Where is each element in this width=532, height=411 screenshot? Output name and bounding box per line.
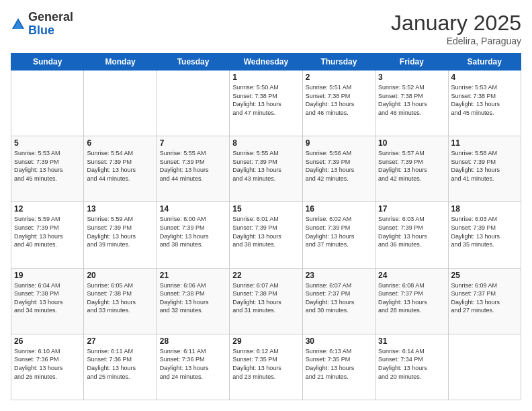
logo-icon (11, 17, 26, 32)
calendar-cell (448, 334, 521, 400)
day-header-sunday: Sunday (11, 54, 84, 71)
week-row-2: 12Sunrise: 5:59 AM Sunset: 7:39 PM Dayli… (11, 202, 521, 268)
calendar-cell: 6Sunrise: 5:54 AM Sunset: 7:39 PM Daylig… (84, 136, 157, 202)
cell-info: Sunrise: 5:55 AM Sunset: 7:39 PM Dayligh… (232, 149, 299, 183)
calendar-cell: 28Sunrise: 6:11 AM Sunset: 7:36 PM Dayli… (157, 334, 229, 400)
cell-info: Sunrise: 5:56 AM Sunset: 7:39 PM Dayligh… (306, 149, 372, 183)
calendar-cell (157, 71, 229, 136)
day-number: 24 (378, 271, 445, 280)
week-row-0: 1Sunrise: 5:50 AM Sunset: 7:38 PM Daylig… (11, 71, 521, 136)
cell-info: Sunrise: 6:06 AM Sunset: 7:38 PM Dayligh… (160, 281, 226, 315)
day-header-saturday: Saturday (448, 54, 521, 71)
day-number: 21 (160, 271, 226, 280)
day-number: 13 (87, 204, 153, 214)
cell-info: Sunrise: 6:01 AM Sunset: 7:39 PM Dayligh… (232, 215, 299, 248)
day-header-monday: Monday (84, 54, 157, 71)
day-number: 23 (306, 271, 372, 280)
calendar-cell: 7Sunrise: 5:55 AM Sunset: 7:39 PM Daylig… (157, 136, 229, 202)
cell-info: Sunrise: 6:03 AM Sunset: 7:39 PM Dayligh… (378, 215, 445, 248)
cell-info: Sunrise: 6:14 AM Sunset: 7:34 PM Dayligh… (378, 347, 445, 381)
day-number: 30 (306, 336, 372, 346)
calendar-cell: 5Sunrise: 5:53 AM Sunset: 7:39 PM Daylig… (11, 136, 84, 202)
day-number: 27 (87, 336, 153, 346)
cell-info: Sunrise: 6:10 AM Sunset: 7:36 PM Dayligh… (14, 347, 81, 381)
day-number: 18 (451, 204, 518, 214)
cell-info: Sunrise: 6:13 AM Sunset: 7:35 PM Dayligh… (306, 347, 372, 381)
day-header-row: SundayMondayTuesdayWednesdayThursdayFrid… (11, 54, 521, 71)
week-row-1: 5Sunrise: 5:53 AM Sunset: 7:39 PM Daylig… (11, 136, 521, 202)
calendar-cell: 23Sunrise: 6:07 AM Sunset: 7:37 PM Dayli… (302, 268, 375, 334)
calendar-cell: 29Sunrise: 6:12 AM Sunset: 7:35 PM Dayli… (230, 334, 302, 400)
cell-info: Sunrise: 6:11 AM Sunset: 7:36 PM Dayligh… (87, 347, 153, 381)
cell-info: Sunrise: 6:11 AM Sunset: 7:36 PM Dayligh… (160, 347, 226, 381)
calendar-table: SundayMondayTuesdayWednesdayThursdayFrid… (11, 53, 521, 400)
cell-info: Sunrise: 5:59 AM Sunset: 7:39 PM Dayligh… (87, 215, 153, 248)
title-block: January 2025 Edelira, Paraguay (391, 11, 521, 46)
calendar-cell (84, 71, 157, 136)
calendar-cell: 16Sunrise: 6:02 AM Sunset: 7:39 PM Dayli… (302, 202, 375, 268)
cell-info: Sunrise: 6:08 AM Sunset: 7:37 PM Dayligh… (378, 281, 445, 315)
calendar-cell: 31Sunrise: 6:14 AM Sunset: 7:34 PM Dayli… (375, 334, 448, 400)
cell-info: Sunrise: 5:58 AM Sunset: 7:39 PM Dayligh… (451, 149, 518, 183)
logo-general: General (28, 10, 73, 24)
cell-info: Sunrise: 5:57 AM Sunset: 7:39 PM Dayligh… (378, 149, 445, 183)
day-number: 8 (232, 138, 299, 148)
day-number: 4 (451, 73, 518, 82)
cell-info: Sunrise: 6:07 AM Sunset: 7:38 PM Dayligh… (232, 281, 299, 315)
calendar-cell: 8Sunrise: 5:55 AM Sunset: 7:39 PM Daylig… (230, 136, 302, 202)
location-subtitle: Edelira, Paraguay (391, 36, 521, 46)
day-number: 28 (160, 336, 226, 346)
calendar-cell: 20Sunrise: 6:05 AM Sunset: 7:38 PM Dayli… (84, 268, 157, 334)
day-number: 6 (87, 138, 153, 148)
cell-info: Sunrise: 6:04 AM Sunset: 7:38 PM Dayligh… (14, 281, 81, 315)
cell-info: Sunrise: 6:00 AM Sunset: 7:39 PM Dayligh… (160, 215, 226, 248)
calendar-cell: 30Sunrise: 6:13 AM Sunset: 7:35 PM Dayli… (302, 334, 375, 400)
calendar-cell: 21Sunrise: 6:06 AM Sunset: 7:38 PM Dayli… (157, 268, 229, 334)
calendar-cell: 26Sunrise: 6:10 AM Sunset: 7:36 PM Dayli… (11, 334, 84, 400)
day-number: 31 (378, 336, 445, 346)
calendar-cell: 13Sunrise: 5:59 AM Sunset: 7:39 PM Dayli… (84, 202, 157, 268)
day-number: 25 (451, 271, 518, 280)
calendar-cell: 24Sunrise: 6:08 AM Sunset: 7:37 PM Dayli… (375, 268, 448, 334)
cell-info: Sunrise: 5:50 AM Sunset: 7:38 PM Dayligh… (232, 83, 299, 117)
day-header-thursday: Thursday (302, 54, 375, 71)
cell-info: Sunrise: 6:02 AM Sunset: 7:39 PM Dayligh… (306, 215, 372, 248)
calendar-cell: 27Sunrise: 6:11 AM Sunset: 7:36 PM Dayli… (84, 334, 157, 400)
cell-info: Sunrise: 5:51 AM Sunset: 7:38 PM Dayligh… (306, 83, 372, 117)
cell-info: Sunrise: 6:12 AM Sunset: 7:35 PM Dayligh… (232, 347, 299, 381)
calendar-cell: 14Sunrise: 6:00 AM Sunset: 7:39 PM Dayli… (157, 202, 229, 268)
cell-info: Sunrise: 6:05 AM Sunset: 7:38 PM Dayligh… (87, 281, 153, 315)
cell-info: Sunrise: 6:03 AM Sunset: 7:39 PM Dayligh… (451, 215, 518, 248)
calendar-cell: 15Sunrise: 6:01 AM Sunset: 7:39 PM Dayli… (230, 202, 302, 268)
calendar-cell (11, 71, 84, 136)
day-number: 22 (232, 271, 299, 280)
day-number: 20 (87, 271, 153, 280)
calendar-cell: 10Sunrise: 5:57 AM Sunset: 7:39 PM Dayli… (375, 136, 448, 202)
calendar-cell: 9Sunrise: 5:56 AM Sunset: 7:39 PM Daylig… (302, 136, 375, 202)
calendar-cell: 25Sunrise: 6:09 AM Sunset: 7:37 PM Dayli… (448, 268, 521, 334)
day-header-friday: Friday (375, 54, 448, 71)
calendar-cell: 3Sunrise: 5:52 AM Sunset: 7:38 PM Daylig… (375, 71, 448, 136)
calendar-cell: 17Sunrise: 6:03 AM Sunset: 7:39 PM Dayli… (375, 202, 448, 268)
cell-info: Sunrise: 5:55 AM Sunset: 7:39 PM Dayligh… (160, 149, 226, 183)
day-number: 11 (451, 138, 518, 148)
month-title: January 2025 (391, 11, 521, 36)
day-number: 14 (160, 204, 226, 214)
day-number: 12 (14, 204, 81, 214)
cell-info: Sunrise: 6:07 AM Sunset: 7:37 PM Dayligh… (306, 281, 372, 315)
day-header-wednesday: Wednesday (230, 54, 302, 71)
header: General Blue January 2025 Edelira, Parag… (11, 11, 521, 46)
calendar-cell: 2Sunrise: 5:51 AM Sunset: 7:38 PM Daylig… (302, 71, 375, 136)
calendar-cell: 19Sunrise: 6:04 AM Sunset: 7:38 PM Dayli… (11, 268, 84, 334)
day-number: 26 (14, 336, 81, 346)
day-number: 19 (14, 271, 81, 280)
day-number: 15 (232, 204, 299, 214)
cell-info: Sunrise: 5:54 AM Sunset: 7:39 PM Dayligh… (87, 149, 153, 183)
day-number: 16 (306, 204, 372, 214)
day-header-tuesday: Tuesday (157, 54, 229, 71)
calendar-cell: 12Sunrise: 5:59 AM Sunset: 7:39 PM Dayli… (11, 202, 84, 268)
page: General Blue January 2025 Edelira, Parag… (0, 0, 532, 411)
cell-info: Sunrise: 5:53 AM Sunset: 7:38 PM Dayligh… (451, 83, 518, 117)
day-number: 9 (306, 138, 372, 148)
day-number: 2 (306, 73, 372, 82)
